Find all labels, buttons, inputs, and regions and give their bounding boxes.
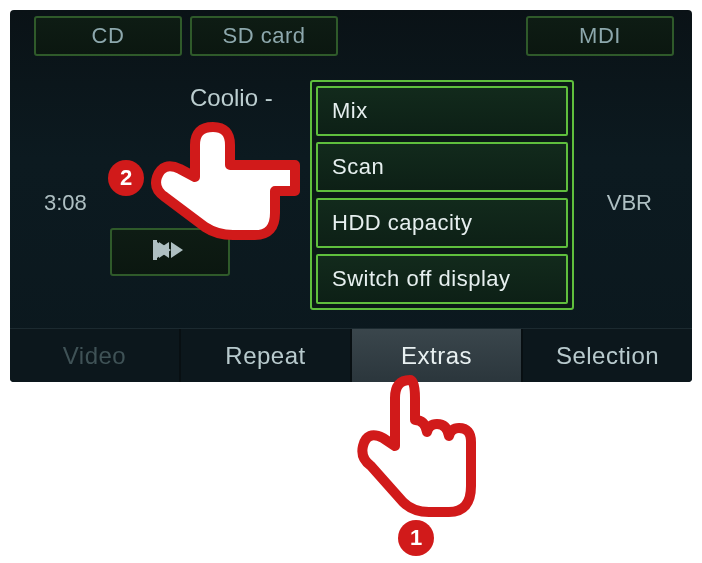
- elapsed-time: 3:08: [44, 190, 87, 216]
- tab-selection[interactable]: Selection: [523, 329, 692, 382]
- menu-item-mix[interactable]: Mix: [316, 86, 568, 136]
- tab-video[interactable]: Video: [10, 329, 181, 382]
- tab-sd-card[interactable]: SD card: [190, 16, 338, 56]
- tab-extras[interactable]: Extras: [352, 329, 523, 382]
- annotation-badge-1: 1: [398, 520, 434, 556]
- tab-repeat[interactable]: Repeat: [181, 329, 352, 382]
- previous-track-button[interactable]: [110, 228, 230, 276]
- bottom-tabs: Video Repeat Extras Selection: [10, 328, 692, 382]
- menu-item-switch-off-display[interactable]: Switch off display: [316, 254, 568, 304]
- extras-menu: Mix Scan HDD capacity Switch off display: [310, 80, 574, 310]
- skip-back-icon: [153, 240, 187, 264]
- tab-cd[interactable]: CD: [34, 16, 182, 56]
- menu-item-scan[interactable]: Scan: [316, 142, 568, 192]
- tap-hand-icon: [355, 368, 485, 542]
- tab-mdi[interactable]: MDI: [526, 16, 674, 56]
- svg-marker-2: [171, 242, 183, 258]
- bitrate-mode-label: VBR: [607, 190, 652, 216]
- infotainment-screen: CD SD card MDI Coolio - 3:08 VBR: [10, 10, 692, 382]
- source-tabs: CD SD card MDI: [10, 10, 692, 60]
- menu-item-hdd-capacity[interactable]: HDD capacity: [316, 198, 568, 248]
- svg-rect-0: [153, 240, 157, 260]
